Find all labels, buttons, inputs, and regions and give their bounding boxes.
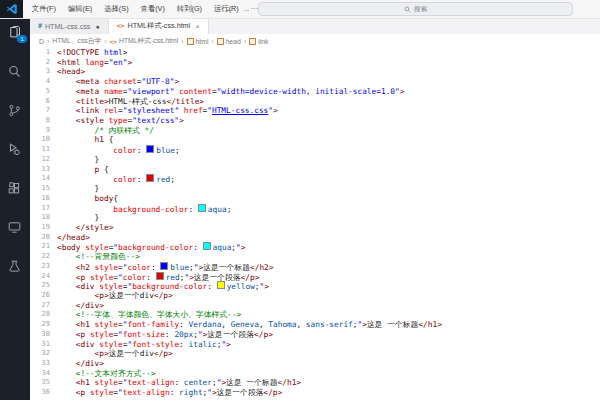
- code-line[interactable]: 33 </div>: [30, 359, 600, 369]
- nav-back-icon[interactable]: ←: [224, 4, 233, 14]
- explorer-icon[interactable]: 1: [7, 25, 23, 40]
- code-text: <!--背景颜色-->: [57, 252, 140, 262]
- code-line[interactable]: 28 <!--字体、字体颜色、字体大小、字体样式-->: [30, 310, 600, 320]
- code-line[interactable]: 25 <div style="background-color: yellow;…: [30, 281, 600, 291]
- code-line[interactable]: 35 <h1 style="text-align: center;">这是 一个…: [30, 378, 600, 388]
- code-line[interactable]: 1<!DOCTYPE html>: [30, 48, 600, 58]
- source-control-icon[interactable]: [7, 103, 23, 118]
- remote-explorer-icon[interactable]: [7, 220, 23, 235]
- line-number: 5: [30, 87, 57, 97]
- code-line[interactable]: 9 /* 内联样式 */: [30, 126, 600, 136]
- code-line[interactable]: 11 color: blue;: [30, 145, 600, 155]
- code-line[interactable]: 4 <meta charset="UTF-8">: [30, 77, 600, 87]
- line-number: 9: [30, 126, 57, 136]
- tab-modified-dot: ●: [95, 23, 99, 30]
- line-number: 34: [30, 369, 57, 379]
- line-number: 36: [30, 388, 57, 398]
- code-line[interactable]: 10 h1 {: [30, 135, 600, 145]
- code-line[interactable]: 15 }: [30, 184, 600, 194]
- breadcrumb-label: html: [196, 38, 209, 45]
- code-text: color: red;: [57, 174, 175, 184]
- code-line[interactable]: 29 <h1 style="font-family: Verdana, Gene…: [30, 320, 600, 330]
- code-text: <html lang="en">: [57, 58, 132, 68]
- code-text: <h1 style="font-family: Verdana, Geneva,…: [57, 320, 442, 330]
- breadcrumb-item-D[interactable]: D: [39, 38, 44, 45]
- code-text: /* 内联样式 */: [57, 126, 154, 136]
- line-number: 27: [30, 301, 57, 311]
- breadcrumb-separator-icon: ›: [181, 38, 183, 45]
- code-line[interactable]: 2<html lang="en">: [30, 58, 600, 68]
- menu-item-1[interactable]: 文件(F): [26, 0, 62, 18]
- code-line[interactable]: 7 <link rel="stylesheet" href="HTML-css.…: [30, 106, 600, 116]
- line-number: 11: [30, 145, 57, 155]
- breadcrumb-item-HTML样式-css.html[interactable]: <>HTML样式-css.html: [110, 36, 179, 46]
- tab-HTML-css.css[interactable]: #HTML-css.css●: [30, 18, 109, 34]
- line-number: 30: [30, 330, 57, 340]
- tab-HTML样式-css.html[interactable]: <>HTML样式-css.html×: [109, 18, 209, 34]
- code-line[interactable]: 13 p {: [30, 165, 600, 175]
- breadcrumb-label: link: [258, 38, 268, 45]
- testing-icon[interactable]: [7, 259, 23, 274]
- code-line[interactable]: 24 <p style="color: red;">这是一个段落</p>: [30, 272, 600, 282]
- tab-label: HTML-css.css: [45, 22, 91, 31]
- code-line[interactable]: 26 <p>这是一个div</p>: [30, 291, 600, 301]
- code-line[interactable]: 12 }: [30, 155, 600, 165]
- code-line[interactable]: 16 body{: [30, 194, 600, 204]
- run-debug-icon[interactable]: [7, 142, 23, 157]
- line-number: 16: [30, 194, 57, 204]
- tab-close-icon[interactable]: ×: [195, 22, 200, 31]
- code-line[interactable]: 19 </style>: [30, 223, 600, 233]
- code-line[interactable]: 17 background-color: aqua;: [30, 204, 600, 214]
- code-text: <!--字体、字体颜色、字体大小、字体样式-->: [57, 310, 241, 320]
- code-text: h1 {: [57, 135, 113, 145]
- code-text: <p>这是一个div</p>: [57, 291, 173, 301]
- code-line[interactable]: 30 <p style="font-size: 20px;">这是一个段落</p…: [30, 330, 600, 340]
- code-line[interactable]: 36 <p style="text-align: right;">这是一个段落<…: [30, 388, 600, 398]
- menu-item-4[interactable]: 查看(V): [135, 0, 171, 18]
- nav-forward-icon[interactable]: →: [242, 4, 251, 14]
- extensions-icon[interactable]: [7, 181, 23, 196]
- code-text: <meta name="viewport" content="width=dev…: [57, 87, 404, 97]
- code-line[interactable]: 6 <title>HTML-样式-css</title>: [30, 97, 600, 107]
- code-line[interactable]: 21<body style="background-color: aqua;">: [30, 242, 600, 252]
- breadcrumb-item-link[interactable]: link: [249, 38, 268, 45]
- search-icon[interactable]: [7, 64, 23, 79]
- code-line[interactable]: 27 </div>: [30, 301, 600, 311]
- line-number: 33: [30, 359, 57, 369]
- line-number: 20: [30, 233, 57, 243]
- menu-item-3[interactable]: 选择(S): [98, 0, 134, 18]
- breadcrumb-item-html[interactable]: html: [187, 38, 209, 45]
- color-swatch: [203, 242, 211, 250]
- html-file-icon: <>: [117, 22, 125, 30]
- line-number: 17: [30, 204, 57, 214]
- code-line[interactable]: 20</head>: [30, 233, 600, 243]
- code-line[interactable]: 22 <!--背景颜色-->: [30, 252, 600, 262]
- code-line[interactable]: 14 color: red;: [30, 174, 600, 184]
- breadcrumb-item-HTML、css自学[interactable]: HTML、css自学: [52, 36, 101, 46]
- code-text: <!DOCTYPE html>: [57, 48, 127, 58]
- editor[interactable]: 1<!DOCTYPE html>2<html lang="en">3<head>…: [30, 48, 600, 400]
- title-bar: 文件(F)编辑(E)选择(S)查看(V)转到(G)运行(R)··· ← → 搜索: [0, 0, 600, 19]
- breadcrumb-label: HTML样式-css.html: [119, 36, 178, 46]
- code-line[interactable]: 23 <h2 style="color: blue;">这是一个标题</h2>: [30, 262, 600, 272]
- menu-item-2[interactable]: 编辑(E): [62, 0, 98, 18]
- code-text: </div>: [57, 359, 104, 369]
- code-line[interactable]: 32 <p>这是一个div</p>: [30, 349, 600, 359]
- code-text: <h1 style="text-align: center;">这是 一个标题<…: [57, 378, 301, 388]
- breadcrumb-item-head[interactable]: head: [217, 38, 241, 45]
- nav-arrows: ← →: [224, 0, 251, 18]
- code-line[interactable]: 34 <!--文本对齐方式-->: [30, 369, 600, 379]
- breadcrumb-separator-icon: ›: [104, 38, 106, 45]
- line-number: 21: [30, 242, 57, 252]
- code-line[interactable]: 8 <style type="text/css">: [30, 116, 600, 126]
- code-line[interactable]: 18 }: [30, 213, 600, 223]
- breadcrumb-label: HTML、css自学: [52, 36, 101, 46]
- code-line[interactable]: 31 <div style="font-style: italic;">: [30, 340, 600, 350]
- html-file-icon: <>: [110, 38, 117, 45]
- line-number: 2: [30, 58, 57, 68]
- menu-item-5[interactable]: 转到(G): [171, 0, 208, 18]
- code-line[interactable]: 3<head>: [30, 67, 600, 77]
- breadcrumb-label: D: [39, 38, 44, 45]
- code-line[interactable]: 5 <meta name="viewport" content="width=d…: [30, 87, 600, 97]
- command-center-search[interactable]: 搜索: [258, 2, 573, 16]
